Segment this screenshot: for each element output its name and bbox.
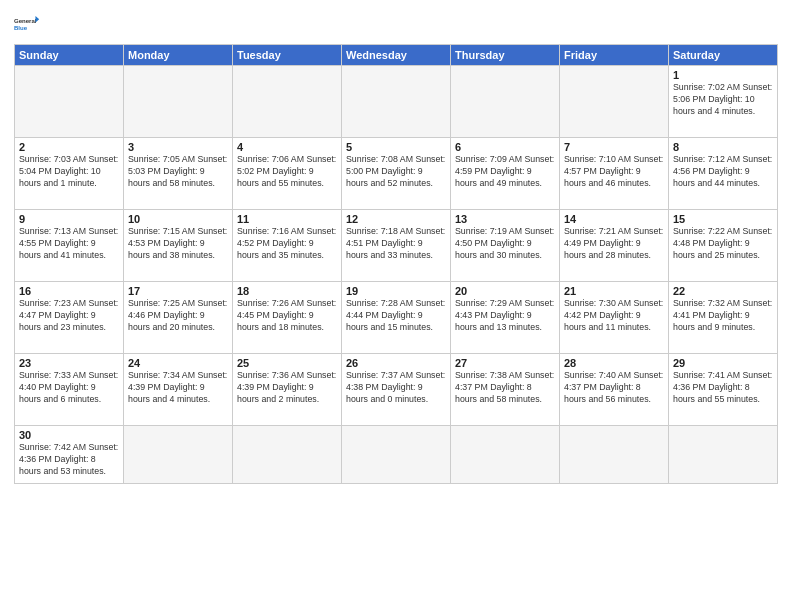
day-number: 29: [673, 357, 773, 369]
calendar-week-row: 30Sunrise: 7:42 AM Sunset: 4:36 PM Dayli…: [15, 426, 778, 484]
calendar-cell: 7Sunrise: 7:10 AM Sunset: 4:57 PM Daylig…: [560, 138, 669, 210]
calendar-cell: 5Sunrise: 7:08 AM Sunset: 5:00 PM Daylig…: [342, 138, 451, 210]
day-number: 9: [19, 213, 119, 225]
day-number: 11: [237, 213, 337, 225]
day-number: 15: [673, 213, 773, 225]
day-number: 14: [564, 213, 664, 225]
day-info: Sunrise: 7:22 AM Sunset: 4:48 PM Dayligh…: [673, 226, 773, 262]
calendar-cell: 24Sunrise: 7:34 AM Sunset: 4:39 PM Dayli…: [124, 354, 233, 426]
calendar-cell: [560, 66, 669, 138]
calendar-cell: 8Sunrise: 7:12 AM Sunset: 4:56 PM Daylig…: [669, 138, 778, 210]
calendar-cell: [451, 426, 560, 484]
day-number: 28: [564, 357, 664, 369]
day-info: Sunrise: 7:06 AM Sunset: 5:02 PM Dayligh…: [237, 154, 337, 190]
calendar-cell: [342, 66, 451, 138]
day-info: Sunrise: 7:13 AM Sunset: 4:55 PM Dayligh…: [19, 226, 119, 262]
calendar-cell: 26Sunrise: 7:37 AM Sunset: 4:38 PM Dayli…: [342, 354, 451, 426]
day-number: 23: [19, 357, 119, 369]
day-info: Sunrise: 7:29 AM Sunset: 4:43 PM Dayligh…: [455, 298, 555, 334]
col-header-sunday: Sunday: [15, 45, 124, 66]
calendar-cell: 21Sunrise: 7:30 AM Sunset: 4:42 PM Dayli…: [560, 282, 669, 354]
calendar-cell: 4Sunrise: 7:06 AM Sunset: 5:02 PM Daylig…: [233, 138, 342, 210]
day-info: Sunrise: 7:12 AM Sunset: 4:56 PM Dayligh…: [673, 154, 773, 190]
day-info: Sunrise: 7:25 AM Sunset: 4:46 PM Dayligh…: [128, 298, 228, 334]
calendar-cell: 16Sunrise: 7:23 AM Sunset: 4:47 PM Dayli…: [15, 282, 124, 354]
col-header-friday: Friday: [560, 45, 669, 66]
day-info: Sunrise: 7:42 AM Sunset: 4:36 PM Dayligh…: [19, 442, 119, 478]
calendar-header-row: SundayMondayTuesdayWednesdayThursdayFrid…: [15, 45, 778, 66]
day-info: Sunrise: 7:36 AM Sunset: 4:39 PM Dayligh…: [237, 370, 337, 406]
day-number: 3: [128, 141, 228, 153]
calendar-cell: 12Sunrise: 7:18 AM Sunset: 4:51 PM Dayli…: [342, 210, 451, 282]
calendar-week-row: 2Sunrise: 7:03 AM Sunset: 5:04 PM Daylig…: [15, 138, 778, 210]
day-info: Sunrise: 7:40 AM Sunset: 4:37 PM Dayligh…: [564, 370, 664, 406]
day-info: Sunrise: 7:38 AM Sunset: 4:37 PM Dayligh…: [455, 370, 555, 406]
day-number: 24: [128, 357, 228, 369]
day-number: 26: [346, 357, 446, 369]
day-number: 17: [128, 285, 228, 297]
calendar-table: SundayMondayTuesdayWednesdayThursdayFrid…: [14, 44, 778, 484]
day-info: Sunrise: 7:15 AM Sunset: 4:53 PM Dayligh…: [128, 226, 228, 262]
day-info: Sunrise: 7:09 AM Sunset: 4:59 PM Dayligh…: [455, 154, 555, 190]
calendar-cell: [233, 426, 342, 484]
day-info: Sunrise: 7:16 AM Sunset: 4:52 PM Dayligh…: [237, 226, 337, 262]
day-info: Sunrise: 7:26 AM Sunset: 4:45 PM Dayligh…: [237, 298, 337, 334]
day-number: 27: [455, 357, 555, 369]
svg-marker-2: [35, 16, 39, 23]
day-number: 4: [237, 141, 337, 153]
calendar-cell: [451, 66, 560, 138]
calendar-week-row: 16Sunrise: 7:23 AM Sunset: 4:47 PM Dayli…: [15, 282, 778, 354]
day-number: 8: [673, 141, 773, 153]
calendar-cell: 27Sunrise: 7:38 AM Sunset: 4:37 PM Dayli…: [451, 354, 560, 426]
day-number: 6: [455, 141, 555, 153]
day-info: Sunrise: 7:23 AM Sunset: 4:47 PM Dayligh…: [19, 298, 119, 334]
day-number: 10: [128, 213, 228, 225]
calendar-cell: 25Sunrise: 7:36 AM Sunset: 4:39 PM Dayli…: [233, 354, 342, 426]
calendar-cell: 2Sunrise: 7:03 AM Sunset: 5:04 PM Daylig…: [15, 138, 124, 210]
day-number: 5: [346, 141, 446, 153]
day-info: Sunrise: 7:19 AM Sunset: 4:50 PM Dayligh…: [455, 226, 555, 262]
col-header-monday: Monday: [124, 45, 233, 66]
calendar-cell: 23Sunrise: 7:33 AM Sunset: 4:40 PM Dayli…: [15, 354, 124, 426]
page: GeneralBlue SundayMondayTuesdayWednesday…: [0, 0, 792, 612]
day-number: 16: [19, 285, 119, 297]
calendar-cell: 3Sunrise: 7:05 AM Sunset: 5:03 PM Daylig…: [124, 138, 233, 210]
calendar-cell: 9Sunrise: 7:13 AM Sunset: 4:55 PM Daylig…: [15, 210, 124, 282]
col-header-saturday: Saturday: [669, 45, 778, 66]
calendar-cell: [342, 426, 451, 484]
day-info: Sunrise: 7:21 AM Sunset: 4:49 PM Dayligh…: [564, 226, 664, 262]
calendar-cell: 15Sunrise: 7:22 AM Sunset: 4:48 PM Dayli…: [669, 210, 778, 282]
calendar-cell: 1Sunrise: 7:02 AM Sunset: 5:06 PM Daylig…: [669, 66, 778, 138]
day-number: 30: [19, 429, 119, 441]
day-number: 18: [237, 285, 337, 297]
calendar-cell: 14Sunrise: 7:21 AM Sunset: 4:49 PM Dayli…: [560, 210, 669, 282]
day-info: Sunrise: 7:33 AM Sunset: 4:40 PM Dayligh…: [19, 370, 119, 406]
day-number: 7: [564, 141, 664, 153]
col-header-tuesday: Tuesday: [233, 45, 342, 66]
day-info: Sunrise: 7:03 AM Sunset: 5:04 PM Dayligh…: [19, 154, 119, 190]
logo: GeneralBlue: [14, 10, 42, 38]
col-header-wednesday: Wednesday: [342, 45, 451, 66]
day-number: 22: [673, 285, 773, 297]
day-info: Sunrise: 7:18 AM Sunset: 4:51 PM Dayligh…: [346, 226, 446, 262]
day-info: Sunrise: 7:05 AM Sunset: 5:03 PM Dayligh…: [128, 154, 228, 190]
day-number: 19: [346, 285, 446, 297]
calendar-cell: 20Sunrise: 7:29 AM Sunset: 4:43 PM Dayli…: [451, 282, 560, 354]
day-info: Sunrise: 7:28 AM Sunset: 4:44 PM Dayligh…: [346, 298, 446, 334]
calendar-cell: 22Sunrise: 7:32 AM Sunset: 4:41 PM Dayli…: [669, 282, 778, 354]
calendar-cell: 29Sunrise: 7:41 AM Sunset: 4:36 PM Dayli…: [669, 354, 778, 426]
calendar-cell: 28Sunrise: 7:40 AM Sunset: 4:37 PM Dayli…: [560, 354, 669, 426]
day-info: Sunrise: 7:37 AM Sunset: 4:38 PM Dayligh…: [346, 370, 446, 406]
day-info: Sunrise: 7:10 AM Sunset: 4:57 PM Dayligh…: [564, 154, 664, 190]
calendar-cell: 6Sunrise: 7:09 AM Sunset: 4:59 PM Daylig…: [451, 138, 560, 210]
day-number: 21: [564, 285, 664, 297]
calendar-cell: 17Sunrise: 7:25 AM Sunset: 4:46 PM Dayli…: [124, 282, 233, 354]
calendar-week-row: 1Sunrise: 7:02 AM Sunset: 5:06 PM Daylig…: [15, 66, 778, 138]
day-info: Sunrise: 7:34 AM Sunset: 4:39 PM Dayligh…: [128, 370, 228, 406]
calendar-cell: [560, 426, 669, 484]
calendar-cell: 13Sunrise: 7:19 AM Sunset: 4:50 PM Dayli…: [451, 210, 560, 282]
day-info: Sunrise: 7:41 AM Sunset: 4:36 PM Dayligh…: [673, 370, 773, 406]
header: GeneralBlue: [14, 10, 778, 38]
day-info: Sunrise: 7:30 AM Sunset: 4:42 PM Dayligh…: [564, 298, 664, 334]
calendar-cell: 11Sunrise: 7:16 AM Sunset: 4:52 PM Dayli…: [233, 210, 342, 282]
